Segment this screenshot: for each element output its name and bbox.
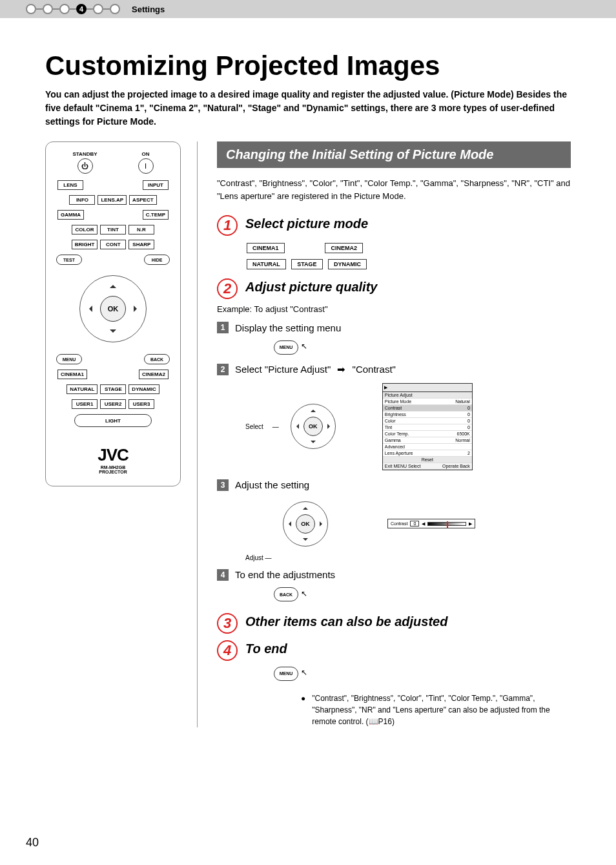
- dynamic-button[interactable]: DYNAMIC: [128, 384, 159, 394]
- step-1-title: Select picture mode: [245, 215, 368, 231]
- page-number: 40: [26, 836, 39, 849]
- remote-control: STANDBY ⏻ ON I LENS INPUT INFO LENS.AP A…: [45, 141, 181, 486]
- arrow-up-icon[interactable]: [311, 407, 316, 412]
- arrow-right-icon[interactable]: [327, 424, 333, 429]
- on-button[interactable]: I: [138, 158, 154, 174]
- cont-button[interactable]: CONT: [100, 240, 126, 249]
- mode-stage[interactable]: STAGE: [291, 259, 322, 269]
- ok-button[interactable]: OK: [100, 296, 126, 322]
- tint-button[interactable]: TINT: [100, 225, 126, 234]
- lensap-button[interactable]: LENS.AP: [98, 195, 127, 205]
- cinema1-button[interactable]: CINEMA1: [57, 370, 87, 379]
- brand-logo: JVC: [52, 445, 174, 465]
- color-button[interactable]: COLOR: [72, 225, 98, 234]
- section-desc: "Contrast", "Brightness", "Color", "Tint…: [217, 177, 571, 202]
- contrast-slider: Contrast 0 ◀▶: [387, 519, 475, 528]
- arrow-right-icon[interactable]: [320, 521, 325, 526]
- gamma-button[interactable]: GAMMA: [57, 210, 84, 220]
- ok-button[interactable]: OK: [296, 514, 315, 534]
- arrow-left-icon[interactable]: [86, 306, 92, 312]
- cursor-icon: ↖: [301, 668, 307, 677]
- bullet-icon: ●: [301, 693, 305, 727]
- page-title: Customizing Projected Images: [45, 50, 571, 81]
- sharp-button[interactable]: SHARP: [128, 240, 154, 249]
- projector-label: PROJECTOR: [52, 470, 174, 474]
- sub-2-text: Select "Picture Adjust" ➡ "Contrast": [235, 364, 396, 375]
- sub-3-num: 3: [217, 479, 229, 491]
- step-3-title: Other items can also be adjusted: [245, 613, 447, 629]
- dpad[interactable]: OK: [74, 270, 152, 348]
- osd-menu: ▶ Picture Adjust Picture ModeNatural Con…: [382, 383, 473, 470]
- cursor-icon: ↖: [301, 342, 307, 351]
- user3-button[interactable]: USER3: [128, 399, 154, 409]
- input-button[interactable]: INPUT: [143, 180, 169, 190]
- step-2-title: Adjust picture quality: [245, 278, 377, 295]
- test-button[interactable]: TEST: [56, 255, 82, 265]
- standby-button[interactable]: ⏻: [77, 158, 93, 174]
- mode-cinema1[interactable]: CINEMA1: [247, 243, 285, 253]
- sub-2-num: 2: [217, 364, 229, 375]
- menu-icon-button-end[interactable]: MENU: [274, 667, 298, 681]
- menu-button[interactable]: MENU: [56, 354, 82, 364]
- arrow-up-icon[interactable]: [110, 282, 116, 288]
- standby-label: STANDBY: [72, 151, 97, 157]
- ok-button[interactable]: OK: [303, 417, 323, 436]
- bright-button[interactable]: BRIGHT: [72, 240, 98, 249]
- step-active: 4: [76, 4, 87, 14]
- adjust-label: Adjust: [245, 554, 263, 561]
- intro-text: You can adjust the projected image to a …: [45, 88, 571, 129]
- cursor-icon: ↖: [301, 589, 307, 598]
- step-4-title: To end: [245, 640, 287, 656]
- step-4-num: 4: [217, 640, 238, 661]
- aspect-button[interactable]: ASPECT: [129, 195, 156, 205]
- on-label: ON: [138, 151, 154, 157]
- note-text: "Contrast", "Brightness", "Color", "Tint…: [312, 693, 571, 727]
- lens-button[interactable]: LENS: [57, 180, 83, 190]
- header-bar: 4 Settings: [0, 0, 616, 18]
- section-banner: Changing the Initial Setting of Picture …: [217, 141, 571, 168]
- cinema2-button[interactable]: CINEMA2: [139, 370, 169, 379]
- arrow-left-icon[interactable]: [294, 424, 299, 429]
- sub-4-num: 4: [217, 569, 229, 581]
- light-button[interactable]: LIGHT: [74, 414, 152, 427]
- ctemp-button[interactable]: C.TEMP: [143, 210, 169, 220]
- back-button[interactable]: BACK: [144, 354, 170, 364]
- model-label: RM-MH2GB: [52, 465, 174, 470]
- arrow-down-icon[interactable]: [311, 441, 316, 446]
- menu-icon-button[interactable]: MENU: [274, 340, 298, 355]
- arrow-down-icon[interactable]: [110, 329, 116, 336]
- step-1-num: 1: [217, 215, 238, 236]
- step-indicator: 4: [26, 4, 120, 14]
- step-3-num: 3: [217, 613, 238, 634]
- sub-1-text: Display the setting menu: [235, 322, 341, 333]
- natural-button[interactable]: NATURAL: [67, 384, 98, 394]
- arrow-up-icon[interactable]: [303, 505, 308, 510]
- sub-3-text: Adjust the setting: [235, 479, 309, 490]
- select-label: Select: [245, 423, 263, 430]
- arrow-right-icon: ➡: [337, 364, 345, 375]
- arrow-left-icon[interactable]: [286, 521, 291, 526]
- mini-dpad[interactable]: OK: [288, 401, 338, 452]
- mode-natural[interactable]: NATURAL: [247, 259, 286, 269]
- mode-cinema2[interactable]: CINEMA2: [325, 243, 363, 253]
- user1-button[interactable]: USER1: [72, 399, 98, 409]
- step-2-num: 2: [217, 278, 238, 299]
- example-text: Example: To adjust "Contrast": [217, 304, 571, 314]
- back-icon-button[interactable]: BACK: [274, 587, 298, 601]
- mode-dynamic[interactable]: DYNAMIC: [328, 259, 367, 269]
- nr-button[interactable]: N.R: [128, 225, 154, 234]
- stage-button[interactable]: STAGE: [100, 384, 126, 394]
- info-button[interactable]: INFO: [69, 195, 95, 205]
- hide-button[interactable]: HIDE: [144, 255, 170, 265]
- section-label: Settings: [132, 5, 165, 14]
- sub-1-num: 1: [217, 322, 229, 333]
- arrow-right-icon[interactable]: [134, 306, 140, 312]
- user2-button[interactable]: USER2: [100, 399, 126, 409]
- sub-4-text: To end the adjustments: [235, 569, 335, 580]
- mini-dpad-adjust[interactable]: OK: [280, 499, 331, 549]
- arrow-down-icon[interactable]: [303, 538, 308, 543]
